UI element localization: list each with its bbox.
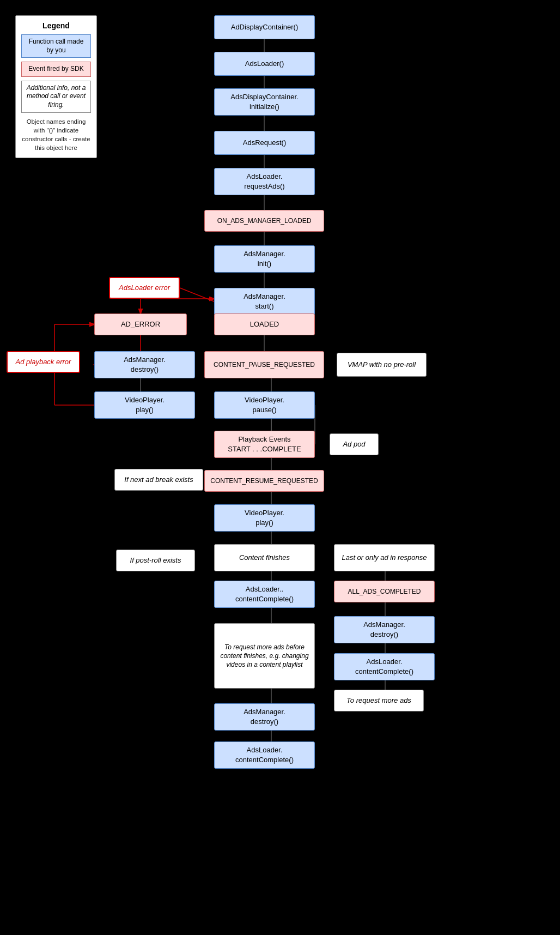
node-ad-error: AD_ERROR [94,313,187,335]
node-ad-playback-error: Ad playback error [7,351,80,373]
node-ads-manager-destroy-3: AdsManager. destroy() [214,703,315,731]
node-ads-loader-content-complete-2: AdsLoader. contentComplete() [334,653,435,680]
node-ads-manager-destroy-2: AdsManager. destroy() [334,616,435,643]
node-ads-display-container-init: AdsDisplayContainer. initialize() [214,88,315,116]
legend-title: Legend [21,21,91,30]
node-ads-loader-content-complete-1: AdsLoader.. contentComplete() [214,581,315,608]
node-ads-manager-destroy: AdsManager. destroy() [94,351,195,378]
node-if-post-roll-exists: If post-roll exists [116,550,195,571]
node-ads-manager-init: AdsManager. init() [214,245,315,273]
node-ads-manager-start: AdsManager. start() [214,288,315,315]
node-playback-events: Playback Events START . . .COMPLETE [214,431,315,458]
diagram-container: Legend Function call made by you Event f… [0,0,560,935]
node-to-request-more-ads: To request more ads [334,690,424,711]
node-last-or-only-ad: Last or only ad in response [334,544,435,571]
node-all-ads-completed: ALL_ADS_COMPLETED [334,581,435,602]
legend-additional-info: Additional info, not a method call or ev… [21,81,91,113]
node-content-finishes: Content finishes [214,544,315,571]
node-ads-loader-request-ads: AdsLoader. requestAds() [214,168,315,195]
legend-function-call: Function call made by you [21,34,91,58]
node-on-ads-manager-loaded: ON_ADS_MANAGER_LOADED [204,210,324,232]
node-video-player-play-1: VideoPlayer. play() [94,391,195,419]
svg-line-12 [180,288,214,301]
node-video-player-play-2: VideoPlayer. play() [214,504,315,532]
node-ad-pod: Ad pod [330,433,379,455]
node-ads-loader-content-complete-3: AdsLoader. contentComplete() [214,741,315,769]
legend: Legend Function call made by you Event f… [15,15,97,158]
node-vmap-no-pre-roll: VMAP with no pre-roll [337,353,427,377]
node-ads-request: AdsRequest() [214,131,315,155]
node-video-player-pause: VideoPlayer. pause() [214,391,315,419]
node-loaded: LOADED [214,313,315,335]
node-ad-display-container: AdDisplayContainer() [214,15,315,39]
node-content-pause-requested: CONTENT_PAUSE_REQUESTED [204,351,324,378]
node-to-request-more: To request more ads before content finis… [214,623,315,689]
legend-note: Object names ending with "()" indicate c… [21,117,91,152]
node-content-resume-requested: CONTENT_RESUME_REQUESTED [204,470,324,492]
node-ads-loader: AdsLoader() [214,52,315,76]
legend-event-fired: Event fired by SDK [21,62,91,77]
node-ads-loader-error: AdsLoader error [109,277,180,299]
node-if-next-ad-break: If next ad break exists [114,469,203,491]
